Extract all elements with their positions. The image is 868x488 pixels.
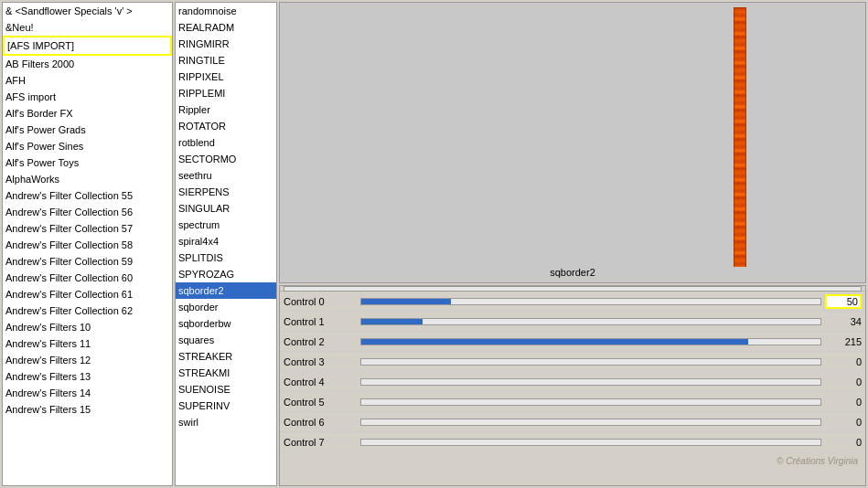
middle-list-item[interactable]: sqborder2: [176, 282, 276, 299]
middle-list-item[interactable]: randomnoise: [176, 3, 276, 19]
middle-list-item[interactable]: SPYROZAG: [176, 266, 276, 282]
middle-list-item[interactable]: RIPPIXEL: [176, 69, 276, 85]
left-list-item[interactable]: Andrew's Filter Collection 57: [3, 220, 172, 237]
control-value: 0: [825, 377, 862, 387]
left-list-item[interactable]: Alf's Power Toys: [3, 154, 172, 171]
left-list-item[interactable]: [AFS IMPORT]: [3, 36, 172, 56]
middle-list-item[interactable]: RINGMIRR: [176, 36, 276, 52]
left-list-item[interactable]: Andrew's Filter Collection 58: [3, 237, 172, 253]
left-list-item[interactable]: Andrew's Filter Collection 61: [3, 286, 172, 302]
preview-filter-name: sqborder2: [280, 267, 865, 278]
left-list-item[interactable]: AFS import: [3, 89, 172, 105]
control-row: Control 134: [280, 312, 865, 332]
middle-list-item[interactable]: STREAKER: [176, 348, 276, 365]
watermark: © Créations Virginia: [280, 452, 865, 470]
control-value: 0: [825, 356, 862, 367]
middle-list-item[interactable]: Rippler: [176, 101, 276, 118]
middle-list-item[interactable]: SUENOISE: [176, 381, 276, 398]
middle-list-item[interactable]: RIPPLEMI: [176, 85, 276, 101]
right-panel: sqborder2 Control 050Control 134Control …: [279, 2, 866, 486]
left-list-item[interactable]: AlphaWorks: [3, 171, 172, 187]
control-slider[interactable]: [360, 439, 821, 446]
middle-list-item[interactable]: spiral4x4: [176, 233, 276, 249]
left-list-item[interactable]: Andrew's Filter Collection 55: [3, 187, 172, 204]
control-label: Control 6: [284, 417, 357, 428]
middle-list-item[interactable]: sqborder: [176, 299, 276, 315]
control-slider[interactable]: [360, 338, 821, 345]
left-list-item[interactable]: Andrew's Filter Collection 59: [3, 253, 172, 270]
left-list-item[interactable]: Andrew's Filters 13: [3, 368, 172, 385]
control-slider[interactable]: [360, 318, 821, 325]
left-list-item[interactable]: Andrew's Filters 14: [3, 385, 172, 401]
middle-list-item[interactable]: sqborderbw: [176, 315, 276, 332]
control-value: 34: [825, 316, 862, 327]
control-slider[interactable]: [360, 378, 821, 386]
middle-list-item[interactable]: ROTATOR: [176, 118, 276, 134]
control-value: 0: [825, 437, 862, 448]
left-list-item[interactable]: Andrew's Filter Collection 56: [3, 204, 172, 220]
left-list-item[interactable]: Andrew's Filters 15: [3, 401, 172, 418]
middle-list-item[interactable]: SUPERINV: [176, 398, 276, 414]
control-label: Control 4: [284, 377, 357, 387]
control-label: Control 1: [284, 316, 357, 327]
left-list-item[interactable]: Andrew's Filters 11: [3, 335, 172, 352]
middle-list-item[interactable]: REALRADM: [176, 19, 276, 36]
middle-list-item[interactable]: SECTORMO: [176, 151, 276, 167]
control-slider[interactable]: [360, 358, 821, 366]
left-list-item[interactable]: AB Filters 2000: [3, 56, 172, 72]
control-value: 0: [825, 397, 862, 408]
middle-list-item[interactable]: SIERPENS: [176, 184, 276, 200]
control-row: Control 70: [280, 432, 865, 452]
left-list-item[interactable]: Andrew's Filters 12: [3, 352, 172, 368]
control-row: Control 30: [280, 352, 865, 372]
middle-list-item[interactable]: squares: [176, 332, 276, 348]
control-value: 50: [825, 294, 862, 309]
control-row: Control 50: [280, 392, 865, 412]
control-label: Control 0: [284, 296, 357, 307]
left-list-item[interactable]: Andrew's Filter Collection 60: [3, 270, 172, 286]
left-list-item[interactable]: AFH: [3, 72, 172, 89]
control-slider[interactable]: [360, 398, 821, 406]
left-list-item[interactable]: Andrew's Filters 10: [3, 319, 172, 335]
middle-list-item[interactable]: SINGULAR: [176, 200, 276, 217]
control-row: Control 050: [280, 292, 865, 312]
middle-list-item[interactable]: spectrum: [176, 217, 276, 233]
control-row: Control 40: [280, 372, 865, 392]
control-label: Control 3: [284, 356, 357, 367]
control-slider[interactable]: [360, 298, 821, 305]
middle-list-item[interactable]: rotblend: [176, 134, 276, 151]
left-list-item[interactable]: Andrew's Filter Collection 62: [3, 302, 172, 319]
left-panel[interactable]: & <Sandflower Specials 'v' >&Neu![AFS IM…: [2, 2, 173, 486]
middle-panel[interactable]: randomnoiseREALRADMRINGMIRRRINGTILERIPPI…: [175, 2, 277, 486]
control-row: Control 60: [280, 412, 865, 432]
controls-panel: Control 050Control 134Control 2215Contro…: [279, 285, 866, 486]
middle-list-item[interactable]: swirl: [176, 414, 276, 430]
left-list-item[interactable]: Alf's Power Sines: [3, 138, 172, 154]
control-label: Control 7: [284, 437, 357, 448]
middle-list-item[interactable]: RINGTILE: [176, 52, 276, 69]
control-value: 0: [825, 417, 862, 428]
left-list-item[interactable]: Alf's Border FX: [3, 105, 172, 122]
preview-bar: [734, 7, 746, 269]
middle-list-item[interactable]: seethru: [176, 167, 276, 184]
left-list-item[interactable]: & <Sandflower Specials 'v' >: [3, 3, 172, 19]
control-value: 215: [825, 336, 862, 347]
middle-list-item[interactable]: SPLITDIS: [176, 249, 276, 266]
control-label: Control 2: [284, 336, 357, 347]
preview-area: sqborder2: [279, 2, 866, 283]
left-list-item[interactable]: &Neu!: [3, 19, 172, 36]
control-slider[interactable]: [360, 419, 821, 426]
left-list-item[interactable]: Alf's Power Grads: [3, 122, 172, 138]
control-label: Control 5: [284, 397, 357, 408]
control-row: Control 2215: [280, 332, 865, 352]
middle-list-item[interactable]: STREAKMI: [176, 365, 276, 381]
